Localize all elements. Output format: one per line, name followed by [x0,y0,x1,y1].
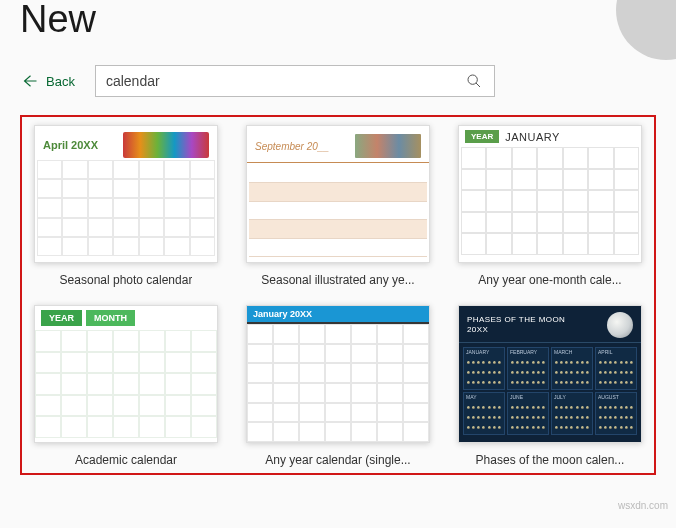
back-arrow-icon [20,72,38,90]
template-label: Seasonal illustrated any ye... [261,273,414,287]
page-title: New [20,0,656,41]
thumb-year-badge: YEAR [465,130,499,143]
template-thumbnail: PHASES OF THE MOON 20XX JANUARY FEBRUARY… [458,305,642,443]
thumb-month-label: September 20__ [255,141,329,152]
template-label: Academic calendar [75,453,177,467]
search-row: Back [20,65,656,97]
back-label: Back [46,74,75,89]
search-box [95,65,495,97]
template-label: Seasonal photo calendar [60,273,193,287]
watermark: wsxdn.com [618,500,668,511]
thumb-month-badge: MONTH [86,310,135,326]
template-label: Any year calendar (single... [265,453,410,467]
template-thumbnail: YEAR JANUARY [458,125,642,263]
thumb-month-label: April 20XX [43,139,98,151]
thumb-year-badge: YEAR [41,310,82,326]
search-icon [466,73,482,89]
search-input[interactable] [106,73,460,89]
template-thumbnail: January 20XX [246,305,430,443]
svg-point-0 [468,75,477,84]
thumb-seasonal-image [123,132,209,158]
template-academic-calendar[interactable]: YEAR MONTH Academic calendar [34,305,218,467]
template-any-year-one-month[interactable]: YEAR JANUARY Any year one-month cale... [458,125,642,287]
thumb-title: PHASES OF THE MOON 20XX [467,315,565,336]
template-label: Phases of the moon calen... [476,453,625,467]
template-thumbnail: YEAR MONTH [34,305,218,443]
template-seasonal-illustrated[interactable]: September 20__ Seasonal illustrated any … [246,125,430,287]
back-button[interactable]: Back [20,72,75,90]
template-any-year-single[interactable]: January 20XX Any year calendar (single..… [246,305,430,467]
template-thumbnail: September 20__ [246,125,430,263]
template-results: April 20XX Seasonal photo calendar [20,115,656,475]
template-label: Any year one-month cale... [478,273,621,287]
search-button[interactable] [460,67,488,95]
thumb-month-label: JANUARY [505,131,560,143]
moon-icon [607,312,633,338]
thumb-month-bar: January 20XX [247,306,429,322]
template-moon-phases[interactable]: PHASES OF THE MOON 20XX JANUARY FEBRUARY… [458,305,642,467]
thumb-mini-months-grid: JANUARY FEBRUARY MARCH APRIL MAY JUNE JU… [459,343,641,439]
template-thumbnail: April 20XX [34,125,218,263]
thumb-seasonal-image [355,134,421,158]
template-seasonal-photo-calendar[interactable]: April 20XX Seasonal photo calendar [34,125,218,287]
